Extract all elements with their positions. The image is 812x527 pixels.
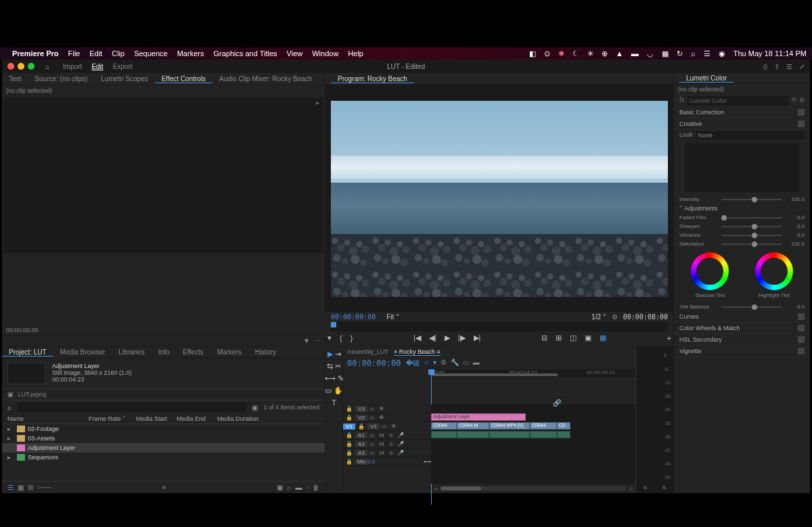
track-output-icon[interactable]: ▭ — [367, 406, 377, 412]
clip-video[interactable]: C0044.MP4 [V] — [489, 422, 530, 430]
playhead[interactable] — [331, 322, 336, 327]
tab-media-browser[interactable]: Media Browser — [53, 348, 112, 356]
fullscreen-icon[interactable]: ⤢ — [799, 63, 805, 70]
extract-icon[interactable]: ⊞ — [556, 334, 562, 342]
faded-film-slider[interactable] — [721, 217, 782, 219]
panel-menu-icon[interactable]: ⋯ — [314, 337, 321, 344]
step-forward-icon[interactable]: |▶ — [458, 334, 466, 342]
clip-audio[interactable] — [530, 431, 557, 438]
mode-import[interactable]: Import — [63, 63, 82, 70]
track-eye-icon[interactable]: 👁 — [389, 423, 399, 430]
menu-edit[interactable]: Edit — [89, 49, 102, 58]
status-icon[interactable]: ◧ — [529, 49, 536, 58]
project-row[interactable]: Adjustment Layer — [2, 443, 325, 453]
wifi-icon[interactable]: ◡ — [647, 49, 654, 58]
section-basic-correction[interactable]: Basic Correction — [674, 107, 810, 118]
status-icon[interactable]: ✱ — [558, 49, 564, 58]
col-mediaduration[interactable]: Media Duration — [217, 415, 265, 422]
zoom-in-icon[interactable]: ○ — [629, 485, 633, 492]
program-timecode-left[interactable]: 00:00:00:00 — [331, 313, 376, 321]
caption-icon[interactable]: ▬ — [473, 359, 480, 368]
track-select-tool-icon[interactable]: ⇥ — [335, 350, 341, 359]
type-tool-icon[interactable]: T — [330, 398, 339, 407]
tab-markers[interactable]: Markers — [210, 348, 248, 356]
track-output-icon[interactable]: ▭ — [367, 415, 377, 421]
project-row[interactable]: ▸03-Assets — [2, 434, 325, 443]
timeline-timecode[interactable]: 00:00:00:00 — [347, 359, 401, 368]
project-search-input[interactable] — [17, 403, 246, 412]
slip-tool-icon[interactable]: ⟷ — [325, 374, 336, 383]
track-eye-icon[interactable]: 👁 — [377, 406, 386, 412]
export-frame-icon[interactable]: ◫ — [570, 334, 577, 342]
go-to-in-icon[interactable]: |◀ — [413, 334, 421, 342]
tab-lumetri-scopes[interactable]: Lumetri Scopes — [94, 75, 154, 83]
tab-effect-controls[interactable]: Effect Controls — [155, 75, 212, 83]
clip-audio[interactable] — [489, 431, 530, 438]
app-name[interactable]: Premiere Pro — [12, 49, 58, 58]
solo-right[interactable]: S — [662, 484, 666, 490]
home-icon[interactable]: ⌂ — [45, 63, 49, 70]
sort-icon[interactable]: ≡ — [162, 484, 166, 491]
tab-info[interactable]: Info — [152, 348, 177, 356]
ripple-tool-icon[interactable]: ⇆ — [327, 362, 333, 371]
menu-window[interactable]: Window — [312, 49, 338, 58]
menu-file[interactable]: File — [68, 49, 80, 58]
menu-sequence[interactable]: Sequence — [134, 49, 168, 58]
timeline-ruler[interactable]: 00:00 00:00:04:23 00:00:09:23 — [431, 369, 635, 377]
clip-video[interactable]: C0 — [557, 422, 570, 430]
track-eye-icon[interactable]: 👁 — [377, 415, 386, 421]
resolution-select[interactable]: 1/2 ˅ — [591, 313, 606, 321]
project-row[interactable]: ▸02-Footage — [2, 424, 325, 434]
timeline-tab[interactable]: × Rocky Beach ≡ — [394, 348, 441, 356]
playhead-toggle-icon[interactable]: ▸ — [316, 99, 319, 106]
tab-text[interactable]: Text — [2, 75, 28, 83]
battery-icon[interactable]: ▬ — [631, 49, 639, 58]
tint-balance-slider[interactable] — [721, 306, 782, 308]
mic-icon[interactable]: 🎤 — [396, 450, 405, 456]
share-icon[interactable]: ⇪ — [774, 63, 780, 70]
col-mediastart[interactable]: Media Start — [136, 415, 177, 422]
track-output-icon[interactable]: ▭ — [380, 423, 389, 430]
linked-selection-icon[interactable]: ∩ — [424, 359, 428, 368]
clip-audio[interactable] — [457, 431, 489, 438]
settings-icon[interactable]: ⚙ — [612, 313, 618, 321]
menu-clip[interactable]: Clip — [112, 49, 125, 58]
sharpen-slider[interactable] — [721, 226, 782, 227]
lumetri-effect-name[interactable] — [687, 96, 788, 106]
reset-icon[interactable]: ⟲ — [791, 96, 796, 106]
section-curves[interactable]: Curves — [674, 311, 810, 323]
highlight-tint-wheel[interactable] — [755, 252, 793, 290]
menu-graphics[interactable]: Graphics and Titles — [213, 49, 277, 58]
menu-view[interactable]: View — [287, 49, 303, 58]
mode-export[interactable]: Export — [113, 63, 133, 70]
icon-view-icon[interactable]: ▦ — [18, 484, 24, 491]
mic-icon[interactable]: 🎤 — [396, 432, 405, 438]
zoom-slider[interactable]: ○── — [37, 484, 51, 491]
timeline-zoom-scrollbar[interactable] — [441, 486, 481, 490]
expand-icon[interactable]: ⟷ — [424, 459, 431, 465]
hand-tool-icon[interactable]: ✋ — [334, 386, 343, 395]
status-icon[interactable]: ▲ — [616, 49, 623, 58]
look-dropdown[interactable]: None — [696, 131, 805, 139]
trash-icon[interactable]: 🗑 — [313, 484, 319, 491]
search-icon[interactable]: ⌕ — [7, 404, 12, 411]
clip-video[interactable]: C0044. — [530, 422, 557, 430]
tab-source[interactable]: Source: (no clips) — [28, 75, 94, 83]
status-icon[interactable]: ⊙ — [544, 49, 550, 58]
folder-icon[interactable]: ▬ — [295, 484, 302, 491]
tab-audio-mixer[interactable]: Audio Clip Mixer: Rocky Beach — [212, 75, 319, 83]
section-vignette[interactable]: Vignette — [674, 346, 810, 357]
list-view-icon[interactable]: ☰ — [7, 484, 14, 491]
play-icon[interactable]: ▶ — [445, 334, 450, 342]
filter-icon[interactable]: ▼ — [303, 337, 310, 344]
col-name[interactable]: Name — [7, 415, 89, 422]
section-color-wheels[interactable]: Color Wheels & Match — [674, 323, 810, 334]
col-framerate[interactable]: Frame Rate ˄ — [89, 415, 136, 422]
section-hsl[interactable]: HSL Secondary — [674, 334, 810, 346]
mark-in-icon[interactable]: { — [340, 334, 342, 342]
window-close[interactable] — [7, 63, 14, 70]
clip-video[interactable]: C0044.M — [457, 422, 489, 430]
window-zoom[interactable] — [28, 63, 35, 70]
menu-icon[interactable]: ⊕ — [799, 96, 805, 106]
tab-libraries[interactable]: Libraries — [112, 348, 151, 356]
